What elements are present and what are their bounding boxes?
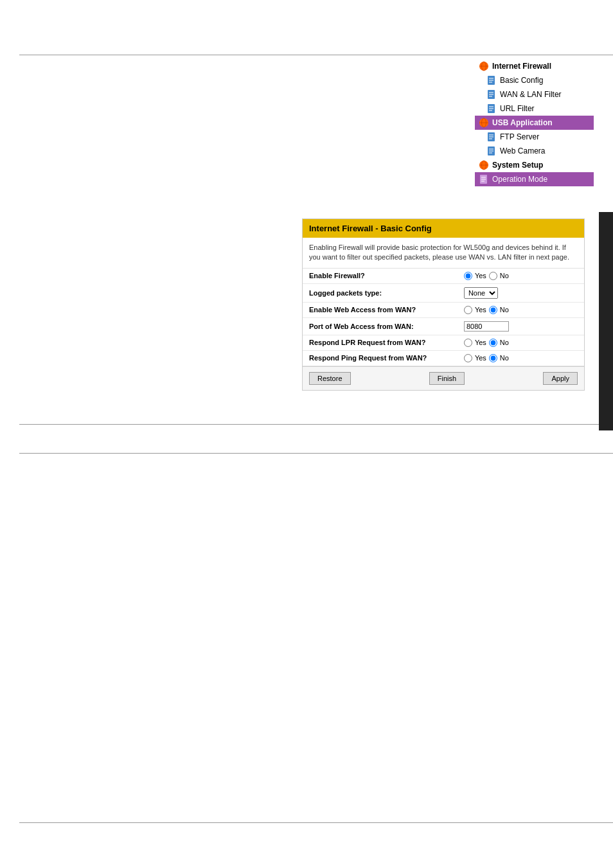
sidebar-item-ftp-server[interactable]: FTP Server [475,130,594,144]
bottom-divider-3 [19,822,613,823]
field-label-port-web-access: Port of Web Access from WAN: [303,317,458,335]
doc-icon-operation-mode [479,174,489,184]
radio-lpr-yes[interactable] [464,339,472,347]
field-value-lpr-request: Yes No [458,335,584,350]
sidebar-item-internet-firewall[interactable]: Internet Firewall [475,59,594,73]
firewall-form: Internet Firewall - Basic Config Enablin… [302,218,585,391]
sidebar-item-url-filter-label: URL Filter [500,104,535,113]
radio-enable-firewall-no[interactable] [489,272,497,280]
sidebar-item-system-setup-label: System Setup [492,161,543,170]
select-logged-packets[interactable]: None [464,287,498,299]
field-row-enable-firewall: Enable Firewall? Yes No [303,269,584,284]
sidebar-item-usb-application-label: USB Application [492,118,553,127]
globe-icon-usb [479,118,489,128]
sidebar-item-basic-config[interactable]: Basic Config [475,73,594,87]
radio-web-access-wan-yes[interactable] [464,306,472,314]
radio-group-ping: Yes No [464,354,578,362]
radio-label-no-firewall: No [500,272,509,279]
doc-icon-web-camera [486,146,497,156]
radio-enable-firewall-yes[interactable] [464,272,472,280]
finish-button[interactable]: Finish [429,372,465,385]
radio-ping-yes[interactable] [464,354,472,362]
radio-label-yes-firewall: Yes [475,272,486,279]
radio-lpr-no[interactable] [489,339,497,347]
field-label-enable-firewall: Enable Firewall? [303,269,458,284]
field-label-ping-request: Respond Ping Request from WAN? [303,350,458,366]
field-label-web-access-wan: Enable Web Access from WAN? [303,302,458,317]
sidebar-item-operation-mode-label: Operation Mode [492,175,547,184]
field-row-ping-request: Respond Ping Request from WAN? Yes No [303,350,584,366]
top-divider [19,55,613,55]
form-header: Internet Firewall - Basic Config [303,219,584,238]
field-label-lpr-request: Respond LPR Request from WAN? [303,335,458,350]
field-value-web-access-wan: Yes No [458,302,584,317]
field-value-enable-firewall: Yes No [458,269,584,284]
form-title: Internet Firewall - Basic Config [309,224,432,233]
restore-button[interactable]: Restore [309,372,351,385]
radio-label-no-lpr: No [500,339,509,346]
globe-icon [479,61,489,71]
right-edge-bar [599,212,613,430]
field-value-ping-request: Yes No [458,350,584,366]
form-buttons-bar: Restore Finish Apply [303,366,584,390]
field-row-logged-packets: Logged packets type: None [303,283,584,302]
sidebar-item-wan-lan-filter-label: WAN & LAN Filter [500,90,562,99]
radio-label-yes-web-access: Yes [475,306,486,314]
field-row-web-access-wan: Enable Web Access from WAN? Yes No [303,302,584,317]
apply-button[interactable]: Apply [543,372,578,385]
bottom-divider-1 [19,424,613,425]
sidebar-item-internet-firewall-label: Internet Firewall [492,62,551,71]
field-value-port-web-access [458,317,584,335]
sidebar-item-wan-lan-filter[interactable]: WAN & LAN Filter [475,87,594,102]
doc-icon-wan-lan [486,89,497,100]
radio-ping-no[interactable] [489,354,497,362]
input-port-web-access[interactable] [464,321,509,332]
field-label-logged-packets: Logged packets type: [303,283,458,302]
radio-group-lpr: Yes No [464,339,578,347]
bottom-divider-2 [19,453,613,454]
radio-label-no-web-access: No [500,306,509,314]
doc-icon-url-filter [486,103,497,114]
radio-label-no-ping: No [500,354,509,362]
radio-web-access-wan-no[interactable] [489,306,497,314]
radio-label-yes-ping: Yes [475,354,486,362]
sidebar-item-web-camera-label: Web Camera [500,146,545,155]
sidebar-item-ftp-server-label: FTP Server [500,132,539,141]
form-description: Enabling Firewall will provide basic pro… [303,238,584,269]
sidebar-nav: Internet Firewall Basic Config [475,59,594,186]
radio-group-web-access-wan: Yes No [464,306,578,314]
radio-group-enable-firewall: Yes No [464,272,578,280]
radio-label-yes-lpr: Yes [475,339,486,346]
sidebar-item-operation-mode[interactable]: Operation Mode [475,172,594,186]
sidebar-item-web-camera[interactable]: Web Camera [475,144,594,158]
field-row-port-web-access: Port of Web Access from WAN: [303,317,584,335]
sidebar-item-url-filter[interactable]: URL Filter [475,102,594,116]
field-value-logged-packets: None [458,283,584,302]
sidebar-item-basic-config-label: Basic Config [500,76,543,85]
field-row-lpr-request: Respond LPR Request from WAN? Yes No [303,335,584,350]
doc-icon-ftp [486,132,497,142]
sidebar-item-system-setup[interactable]: System Setup [475,158,594,172]
form-fields-table: Enable Firewall? Yes No Logged p [303,269,584,366]
globe-icon-system [479,160,489,170]
doc-icon-basic-config [486,75,497,85]
sidebar-item-usb-application[interactable]: USB Application [475,116,594,130]
page-container: Internet Firewall Basic Config [0,0,613,868]
